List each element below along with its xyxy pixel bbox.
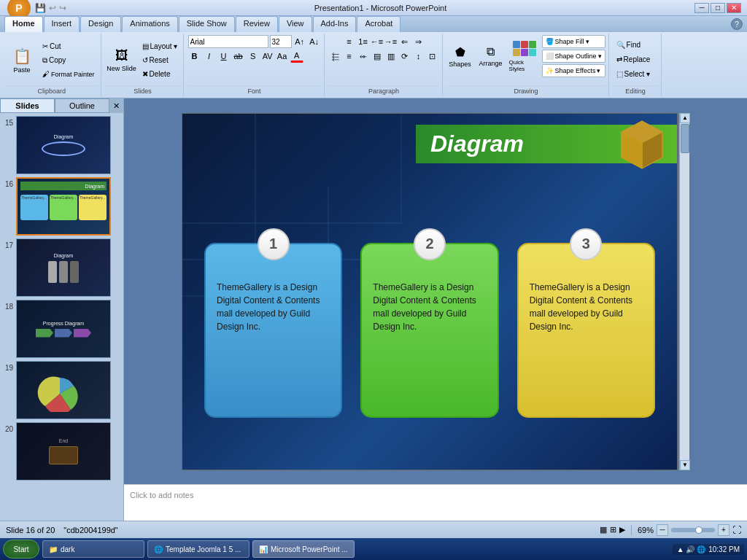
redo-icon[interactable]: ↪ (59, 3, 66, 13)
scroll-thumb[interactable] (681, 124, 689, 153)
slide-thumb-20[interactable]: 20 End (3, 422, 120, 481)
tab-insert[interactable]: Insert (44, 16, 80, 32)
zoom-slider[interactable] (671, 528, 715, 532)
increase-indent-btn[interactable]: →≡ (384, 35, 398, 48)
tab-addins[interactable]: Add-Ins (313, 16, 357, 32)
shape-fill-button[interactable]: 🪣 Shape Fill ▾ (542, 35, 605, 48)
font-controls: A↑ A↓ B I U ab S AV Aa A (188, 35, 321, 85)
start-button[interactable]: Start (3, 540, 39, 559)
decrease-indent-btn[interactable]: ←≡ (371, 35, 384, 48)
undo-icon[interactable]: ↩ (49, 3, 56, 13)
sidebar-tab-slides[interactable]: Slides (0, 98, 55, 113)
tab-design[interactable]: Design (80, 16, 121, 32)
slide-thumb-18[interactable]: 18 Progress Diagram (3, 300, 120, 358)
layout-button[interactable]: ▤ Layout ▾ (139, 40, 180, 53)
bold-button[interactable]: B (188, 50, 201, 63)
scroll-up-btn[interactable]: ▲ (680, 113, 690, 123)
diagram-box-2[interactable]: 2 ThemeGallery is a Design Digital Conte… (360, 243, 498, 418)
tab-home[interactable]: Home (4, 16, 43, 32)
shape-effects-button[interactable]: ✨ Shape Effects ▾ (542, 64, 605, 77)
quick-save-icon[interactable]: 💾 (35, 3, 46, 13)
paste-icon: 📋 (13, 47, 31, 65)
align-center-btn[interactable]: ≡ (343, 50, 356, 63)
shape-outline-button[interactable]: ⬜ Shape Outline ▾ (542, 50, 605, 63)
taskbar-icon-dark: 📁 (49, 545, 58, 553)
fit-slide-btn[interactable]: ⛶ (732, 525, 741, 535)
shadow-button[interactable]: S (247, 50, 260, 63)
slide-thumb-19[interactable]: 19 (3, 361, 120, 419)
arrange-button[interactable]: ⧉ Arrange (475, 36, 507, 77)
increase-font-btn[interactable]: A↑ (293, 35, 306, 48)
paste-button[interactable]: 📋 Paste (6, 39, 38, 82)
sidebar-close-button[interactable]: ✕ (109, 98, 123, 113)
tab-animations[interactable]: Animations (122, 16, 177, 32)
zoom-in-btn[interactable]: + (718, 524, 729, 536)
taskbar-item-dark[interactable]: 📁 dark (42, 540, 144, 558)
help-button[interactable]: ? (731, 18, 743, 30)
char-spacing-button[interactable]: AV (261, 50, 274, 63)
quick-styles-button[interactable]: Quick Styles (508, 36, 541, 77)
start-label: Start (13, 545, 28, 553)
view-slide-sorter-btn[interactable]: ⊞ (610, 525, 616, 534)
slide-thumb-17[interactable]: 17 Diagram (3, 238, 120, 297)
decrease-font-btn[interactable]: A↓ (308, 35, 321, 48)
slide-preview-20[interactable]: End (16, 422, 111, 481)
strikethrough-button[interactable]: ab (232, 50, 245, 63)
slide-thumb-15[interactable]: 15 Diagram (3, 116, 120, 174)
new-slide-button[interactable]: 🖼 New Slide (106, 39, 138, 82)
notes-area[interactable]: Click to add notes (124, 484, 747, 521)
zoom-slider-thumb[interactable] (695, 526, 703, 534)
slide-preview-19[interactable] (16, 361, 111, 419)
shapes-button[interactable]: ⬟ Shapes (447, 36, 473, 77)
align-left-btn[interactable]: ⬱ (329, 50, 342, 63)
sidebar: Slides Outline ✕ 15 Diagram 16 (0, 98, 124, 521)
minimize-button[interactable]: ─ (694, 3, 709, 13)
slide-preview-17[interactable]: Diagram (16, 238, 111, 297)
reset-button[interactable]: ↺ Reset (139, 54, 180, 67)
tab-acrobat[interactable]: Acrobat (357, 16, 400, 32)
numbering-button[interactable]: 1≡ (357, 35, 370, 48)
format-painter-button[interactable]: 🖌 Format Painter (39, 68, 98, 81)
slide-thumb-16[interactable]: 16 Diagram ThemeGallery... ThemeGallery.… (3, 177, 120, 236)
vert-align-btn[interactable]: ↕ (412, 50, 425, 63)
font-name-input[interactable] (188, 35, 268, 48)
font-size-input[interactable] (270, 35, 292, 48)
view-normal-btn[interactable]: ▦ (600, 525, 607, 534)
rtl-btn[interactable]: ⇐ (398, 35, 411, 48)
slide-preview-18[interactable]: Progress Diagram (16, 300, 111, 358)
view-slideshow-btn[interactable]: ▶ (619, 525, 625, 534)
underline-button[interactable]: U (217, 50, 231, 63)
smartart-btn[interactable]: ⊡ (426, 50, 439, 63)
diagram-box-3[interactable]: 3 ThemeGallery is a Design Digital Conte… (517, 243, 655, 418)
maximize-button[interactable]: □ (711, 3, 725, 13)
taskbar-item-joomla[interactable]: 🌐 Template Joomla 1 5 ... (147, 540, 249, 558)
find-button[interactable]: 🔍 Find (614, 38, 643, 51)
cut-button[interactable]: ✂ Cut (39, 40, 98, 53)
columns-btn[interactable]: ▥ (384, 50, 398, 63)
tab-view[interactable]: View (279, 16, 312, 32)
font-color-button[interactable]: A (290, 50, 303, 63)
slide-canvas[interactable]: Diagram (182, 113, 678, 470)
align-right-btn[interactable]: ⬰ (357, 50, 370, 63)
scroll-down-btn[interactable]: ▼ (680, 460, 690, 470)
bullets-button[interactable]: ≡ (343, 35, 356, 48)
slide-preview-15[interactable]: Diagram (16, 116, 111, 174)
italic-button[interactable]: I (203, 50, 216, 63)
slide-preview-16[interactable]: Diagram ThemeGallery... ThemeGallery... … (16, 177, 111, 236)
app-layout: P 💾 ↩ ↪ Presentation1 - Microsoft PowerP… (0, 0, 747, 560)
justify-btn[interactable]: ▤ (371, 50, 384, 63)
select-button[interactable]: ⬚ Select ▾ (614, 67, 654, 80)
tab-slideshow[interactable]: Slide Show (179, 16, 235, 32)
tab-review[interactable]: Review (236, 16, 278, 32)
font-case-button[interactable]: Aa (276, 50, 289, 63)
copy-button[interactable]: ⧉ Copy (39, 54, 98, 67)
taskbar-item-powerpoint[interactable]: 📊 Microsoft PowerPoint ... (252, 540, 355, 558)
zoom-out-btn[interactable]: ─ (657, 524, 668, 536)
sidebar-tab-outline[interactable]: Outline (55, 98, 109, 113)
replace-button[interactable]: ⇄ Replace (614, 52, 654, 66)
text-dir-btn[interactable]: ⟳ (398, 50, 411, 63)
delete-button[interactable]: ✖ Delete (139, 68, 180, 81)
ltr-btn[interactable]: ⇒ (412, 35, 425, 48)
diagram-box-1[interactable]: 1 ThemeGallery is a Design Digital Conte… (204, 243, 342, 418)
close-button[interactable]: ✕ (727, 3, 741, 13)
